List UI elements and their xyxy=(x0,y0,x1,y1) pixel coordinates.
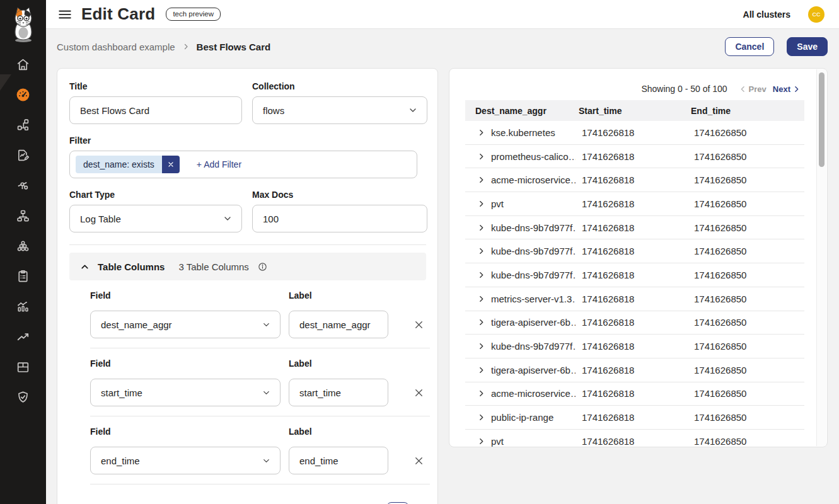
sidebar-nav-item[interactable] xyxy=(0,141,46,171)
table-row[interactable]: prometheus-calico… 1741626818 1741626850 xyxy=(465,145,804,169)
breadcrumb-current: Best Flows Card xyxy=(197,42,271,52)
remove-column-icon[interactable] xyxy=(412,386,425,399)
cell-start-time: 1741626818 xyxy=(576,294,688,304)
field-label: Field xyxy=(90,358,289,369)
breadcrumb-parent[interactable]: Custom dashboard example xyxy=(57,42,175,52)
row-expand-chevron-icon[interactable] xyxy=(477,247,485,255)
cell-end-time: 1741626850 xyxy=(688,198,804,209)
pagination-next-button[interactable]: Next xyxy=(773,84,801,94)
cell-end-time: 1741626850 xyxy=(688,436,804,447)
table-row[interactable]: acme-microservice… 1741626818 1741626850 xyxy=(465,382,804,406)
cell-end-time: 1741626850 xyxy=(688,365,804,375)
divider xyxy=(69,244,426,245)
sidebar-nav-item[interactable] xyxy=(0,232,46,262)
preview-table-body: kse.kubernetes 1741626818 1741626850 pro… xyxy=(465,121,804,447)
row-expand-chevron-icon[interactable] xyxy=(477,413,485,421)
filter-label: Filter xyxy=(69,135,426,146)
cell-start-time: 1741626818 xyxy=(576,365,688,375)
cancel-button[interactable]: Cancel xyxy=(725,37,774,56)
row-expand-chevron-icon[interactable] xyxy=(477,295,485,303)
info-icon[interactable] xyxy=(258,262,267,272)
sidebar-nav-item[interactable] xyxy=(0,262,46,292)
row-expand-chevron-icon[interactable] xyxy=(477,366,485,374)
sidebar-nav-item[interactable] xyxy=(0,171,46,202)
sidebar-nav-item[interactable] xyxy=(0,353,46,383)
table-row[interactable]: pvt 1741626818 1741626850 xyxy=(465,430,804,447)
save-button[interactable]: Save xyxy=(787,37,828,56)
row-expand-chevron-icon[interactable] xyxy=(477,271,485,279)
pagination-prev-button[interactable]: Prev xyxy=(739,84,767,94)
cell-dest-name: kube-dns-9b7d977f… xyxy=(491,270,576,280)
row-expand-chevron-icon[interactable] xyxy=(477,200,485,208)
filter-box[interactable]: dest_name: exists + Add Filter xyxy=(69,151,417,178)
sidebar-nav-item[interactable] xyxy=(0,292,46,323)
table-row[interactable]: kube-dns-9b7d977f… 1741626818 1741626850 xyxy=(465,263,804,287)
sidebar-nav-item[interactable] xyxy=(0,111,46,141)
table-row[interactable]: tigera-apiserver-6b… 1741626818 17416268… xyxy=(465,311,804,335)
remove-column-icon[interactable] xyxy=(412,454,425,467)
field-value: start_time xyxy=(101,387,142,398)
row-expand-chevron-icon[interactable] xyxy=(477,224,485,232)
sidebar-nav-item[interactable] xyxy=(0,202,46,232)
max-docs-label: Max Docs xyxy=(252,190,427,200)
label-input[interactable] xyxy=(289,379,388,406)
row-expand-chevron-icon[interactable] xyxy=(477,318,485,326)
row-expand-chevron-icon[interactable] xyxy=(477,152,485,161)
sidebar xyxy=(0,0,46,504)
chevron-down-icon xyxy=(262,456,271,466)
cell-start-time: 1741626818 xyxy=(576,175,688,185)
sidebar-nav-icon xyxy=(15,299,31,317)
row-expand-chevron-icon[interactable] xyxy=(477,389,485,398)
sidebar-nav-icon xyxy=(15,238,31,256)
row-expand-chevron-icon[interactable] xyxy=(477,342,485,350)
field-select[interactable]: end_time xyxy=(90,447,281,474)
avatar[interactable]: CC xyxy=(808,6,825,23)
table-row[interactable]: kube-dns-9b7d977f… 1741626818 1741626850 xyxy=(465,216,804,240)
column-header-dest: Dest_name_aggr xyxy=(465,106,576,116)
cell-start-time: 1741626818 xyxy=(576,198,688,209)
remove-column-icon[interactable] xyxy=(412,318,425,331)
table-row[interactable]: public-ip-range 1741626818 1741626850 xyxy=(465,406,804,430)
sidebar-nav-item[interactable] xyxy=(0,323,46,353)
app-logo[interactable] xyxy=(0,0,46,48)
table-row[interactable]: kse.kubernetes 1741626818 1741626850 xyxy=(465,121,804,145)
collection-select[interactable]: flows xyxy=(252,96,427,124)
max-docs-input[interactable] xyxy=(252,205,427,232)
table-row[interactable]: kube-dns-9b7d977f… 1741626818 1741626850 xyxy=(465,239,804,263)
cell-end-time: 1741626850 xyxy=(688,294,804,304)
table-row[interactable]: kube-dns-9b7d977f… 1741626818 1741626850 xyxy=(465,335,804,358)
field-select[interactable]: start_time xyxy=(90,379,281,406)
table-columns-section-header[interactable]: Table Columns 3 Table Columns xyxy=(69,253,426,280)
sidebar-nav-icon xyxy=(15,208,31,226)
filter-chip-remove-icon[interactable] xyxy=(162,156,180,173)
preview-table: Dest_name_aggr Start_time End_time kse.k… xyxy=(465,100,804,447)
label-input[interactable] xyxy=(289,447,388,474)
table-row[interactable]: metrics-server-v1.3… 1741626818 17416268… xyxy=(465,287,804,311)
label-input[interactable] xyxy=(289,311,388,338)
cell-start-time: 1741626818 xyxy=(576,222,688,233)
add-filter-button[interactable]: + Add Filter xyxy=(197,159,241,169)
table-columns-title: Table Columns xyxy=(98,261,165,272)
row-expand-chevron-icon[interactable] xyxy=(477,437,485,445)
hamburger-menu-icon[interactable] xyxy=(57,6,73,23)
row-expand-chevron-icon[interactable] xyxy=(477,129,485,137)
sidebar-nav-icon xyxy=(15,268,31,287)
table-scrollbar[interactable] xyxy=(816,69,826,446)
table-row[interactable]: tigera-apiserver-6b… 1741626818 17416268… xyxy=(465,358,804,382)
scrollbar-thumb[interactable] xyxy=(819,72,825,167)
cell-dest-name: kube-dns-9b7d977f… xyxy=(491,222,576,233)
table-row[interactable]: pvt 1741626818 1741626850 xyxy=(465,192,804,216)
chevron-up-icon[interactable] xyxy=(79,261,90,272)
chart-type-select[interactable]: Log Table xyxy=(69,205,242,232)
cluster-selector[interactable]: All clusters xyxy=(743,9,790,20)
cell-start-time: 1741626818 xyxy=(576,317,688,328)
sidebar-nav-item[interactable] xyxy=(0,383,46,413)
cell-end-time: 1741626850 xyxy=(688,317,804,328)
title-input[interactable] xyxy=(69,96,242,124)
row-expand-chevron-icon[interactable] xyxy=(477,176,485,184)
table-row[interactable]: acme-microservice… 1741626818 1741626850 xyxy=(465,168,804,192)
sidebar-nav-item[interactable] xyxy=(0,81,46,111)
field-select[interactable]: dest_name_aggr xyxy=(90,311,281,338)
sidebar-nav-item[interactable] xyxy=(0,50,46,81)
cell-end-time: 1741626850 xyxy=(688,151,804,162)
